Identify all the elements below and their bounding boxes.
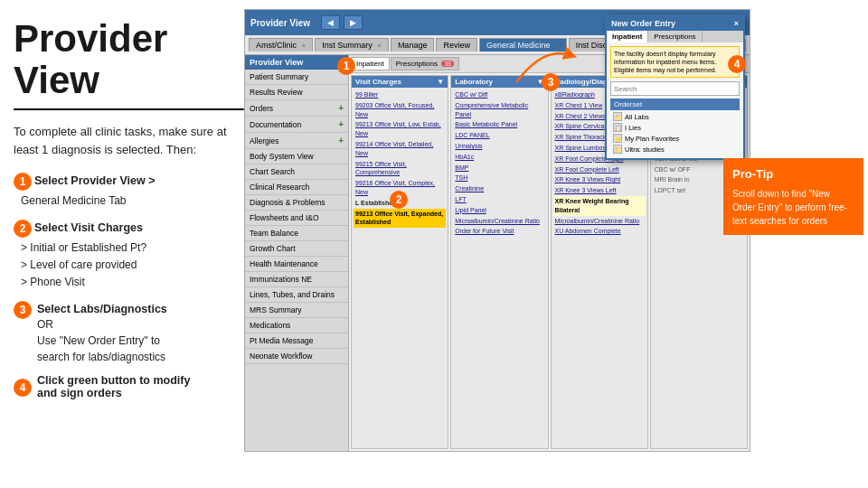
screen-badge-4: 4 [728,55,746,73]
pro-tip-label: Pro-Tip [732,165,854,183]
screen-badge-3: 3 [542,73,560,91]
lab-cmp[interactable]: Comprehensive Metabolic Panel [453,100,545,120]
step-2-details: > Initial or Established Pt? > Level of … [14,239,249,292]
pro-tip-box: Pro-Tip Scroll down to find "New Order E… [723,158,863,235]
tab-manage[interactable]: Manage [391,38,435,52]
order-tab-prescriptions[interactable]: Prescriptions [648,31,702,42]
sidebar-mrs-summary[interactable]: MRS Summary [245,303,348,318]
lab-creatinine[interactable]: Creatinine [453,183,545,194]
sidebar-body-system[interactable]: Body System View [245,149,348,164]
step-3-badge: 3 [14,301,32,319]
order-item-ultra[interactable]: 📁 Ultra: studies [610,144,740,155]
visit-charges-header: Visit Charges ▼ [352,76,448,88]
emr-container: Provider View ◀ ▶ 100% Amst/Clinic × Ins… [245,10,750,451]
sidebar-diagnosis[interactable]: Diagnosis & Problems [245,195,348,211]
vc-99214[interactable]: 99214 Office Visit, Detailed, New [354,139,446,159]
step-3-label: Select Labs/Diagnostics [37,303,167,315]
folder-icon-2: 📋 [613,123,622,132]
rad-xr-knee-bi[interactable]: XR Knee Weight Bearing Bilateral [553,196,646,216]
lab-bmp2[interactable]: BMP [453,163,545,174]
vc-99213-new[interactable]: 99213 Office Visit, Low, Estab, New [354,119,446,139]
sidebar-header: Provider View [245,55,348,70]
tab-review[interactable]: Review [436,38,477,52]
sidebar-flowsheets[interactable]: Flowsheets and I&O [245,211,348,226]
screenshot-area: Provider View ◀ ▶ 100% Amst/Clinic × Ins… [244,9,750,452]
rad-us-abd[interactable]: XU Abdomen Complete [553,226,646,237]
intro-text: To complete all clinic tasks, make sure … [14,123,249,158]
vc-99203[interactable]: 99203 Office Visit, Focused, New [354,100,446,120]
lab-tsh[interactable]: TSH [453,173,545,183]
order-item-all-labs[interactable]: 📁 All Labs [610,111,740,122]
step-3-detail: ORUse "New Order Entry" tosearch for lab… [37,316,167,365]
lab-future-order[interactable]: Order for Future Visit [453,226,545,237]
step-1-section: 1 Select Provider View > General Medicin… [14,173,249,210]
vc-biller[interactable]: 99 Biller [354,89,446,100]
visit-charges-body: 99 Biller 99203 Office Visit, Focused, N… [352,88,448,448]
lab-lipid[interactable]: Lipid Panel [453,205,545,216]
lab-microalbumin[interactable]: Microalbumin/Creatinine Ratio [453,216,545,227]
sidebar-patient-summary[interactable]: Patient Summary [245,70,348,85]
rad-xr-knee-l[interactable]: XR Knee 3 Views Left [553,185,646,196]
lab-bmp[interactable]: Basic Metabolic Panel [453,119,545,130]
screen-badge-1: 1 [337,57,355,75]
sidebar-team-balance[interactable]: Team Balance [245,226,348,241]
sidebar-chart-search[interactable]: Chart Search [245,164,348,180]
step-3-section: 3 Select Labs/Diagnostics ORUse "New Ord… [14,300,249,365]
sidebar-medications[interactable]: Medications [245,318,348,333]
step-1-detail: General Medicine Tab [14,192,249,210]
visit-charges-col: Visit Charges ▼ 99 Biller 99203 Office V… [351,75,448,449]
inner-tab-inpatient[interactable]: Inpatient [351,57,390,70]
sidebar-lines-tubes[interactable]: Lines, Tubes, and Drains [245,287,348,303]
step-4-section: 4 Click green button to modifyand sign o… [14,374,249,401]
sidebar-immunizations[interactable]: Immunizations NE [245,272,348,287]
step-4-badge: 4 [14,379,32,397]
rad-xr-foot-l[interactable]: XR Foot Complete Left [553,164,646,175]
lab-hba1c[interactable]: HbA1c [453,152,545,163]
inner-tab-prescriptions[interactable]: Prescriptions 38 [391,57,459,70]
order-item-favorites[interactable]: ⭐ My Plan Favorites [610,133,740,144]
order-popup-body: The facility doesn't display formulary i… [607,42,743,158]
divider [14,108,249,110]
sidebar-neonate[interactable]: Neonate Workflow [245,349,348,364]
sidebar-orders[interactable]: Orders + [245,100,348,117]
star-icon: ⭐ [613,134,622,143]
order-popup-title: New Order Entry × [607,16,743,31]
page-title: Provider View [14,18,249,101]
sidebar-allergies[interactable]: Allergies + [245,133,348,149]
step-2-section: 2 Select Visit Charges > Initial or Esta… [14,220,249,292]
order-popup-orderset: Orderset [610,99,740,110]
sidebar-health-maintenance[interactable]: Health Maintenance [245,257,348,272]
left-panel: Provider View To complete all clinic tas… [0,0,262,488]
tab-amst-clinic[interactable]: Amst/Clinic × [249,38,313,52]
sidebar-results-review[interactable]: Results Review [245,85,348,100]
step-1-label: Select Provider View > [34,174,156,187]
rad-xr-knee-r[interactable]: XR Knee 3 Views Right [553,174,646,185]
order-popup-tabs: Inpatient Prescriptions [607,31,743,42]
screen-badge-2: 2 [390,191,408,209]
order-item-lies[interactable]: 📋 I Lies [610,122,740,133]
folder-icon-3: 📁 [613,145,622,154]
sidebar-pt-media[interactable]: Pt Media Message [245,333,348,349]
step-2-label: Select Visit Charges [34,221,143,234]
lab-ua[interactable]: Urinalysis [453,141,545,152]
pro-tip-text: Scroll down to find "New Order Entry" to… [732,187,854,228]
sidebar-documentation[interactable]: Documentation + [245,117,348,133]
order-popup-close[interactable]: × [734,19,739,28]
emr-back-btn[interactable]: ◀ [321,15,340,30]
folder-icon: 📁 [613,112,622,121]
emr-fwd-btn[interactable]: ▶ [344,15,363,30]
sidebar-clinical-research[interactable]: Clinical Research [245,180,348,195]
step-4-label: Click green button to modifyand sign ord… [37,374,190,399]
lab-ldc[interactable]: LDC PANEL [453,130,545,141]
order-search-input[interactable] [610,81,740,96]
vc-99213-selected[interactable]: 99213 Office Visit, Expanded, Establishe… [354,209,446,229]
tab-inst-summary[interactable]: Inst Summary × [315,38,389,52]
vc-99215[interactable]: 99215 Office Visit, Comprehensive [354,159,446,179]
rad-microalbumin[interactable]: Microalbumin/Creatinine Ratio [553,216,646,227]
step-2-badge: 2 [14,220,32,238]
sidebar-growth-chart[interactable]: Growth Chart [245,241,348,257]
order-tab-inpatient[interactable]: Inpatient [607,31,648,42]
emr-sidebar: Provider View Patient Summary Results Re… [245,55,349,451]
lab-lft[interactable]: LFT [453,194,545,205]
order-popup-warning: The facility doesn't display formulary i… [610,46,740,78]
